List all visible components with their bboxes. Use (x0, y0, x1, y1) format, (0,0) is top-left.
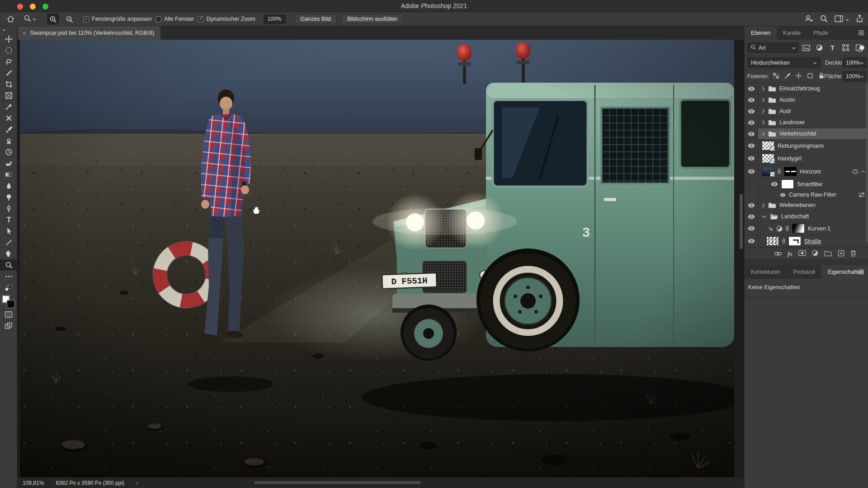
tool-move[interactable] (0, 33, 17, 45)
tool-brush[interactable] (0, 124, 17, 135)
share-export-icon[interactable] (856, 14, 863, 24)
filter-adjustment-layers-icon[interactable] (814, 42, 825, 53)
visibility-eye-icon[interactable] (748, 156, 755, 161)
tool-hand[interactable] (0, 248, 17, 259)
tool-clone-stamp[interactable] (0, 135, 17, 146)
layer-row-landschaft[interactable]: Landschaft (745, 211, 868, 222)
visibility-eye-icon[interactable] (748, 86, 755, 91)
option-checkbox-fenstergr-e-anpassen[interactable]: ✓Fenstergröße anpassen (83, 16, 152, 22)
status-chevron-icon[interactable]: › (136, 480, 138, 486)
layer-row-wellenebenen[interactable]: Wellenebenen (745, 200, 868, 211)
zoom-percentage-field[interactable]: 100% (264, 14, 286, 24)
tool-color-chips[interactable] (0, 293, 17, 309)
button-bildschirm-ausf-llen[interactable]: Bildschirm ausfüllen (341, 14, 403, 24)
panel-menu-icon[interactable] (858, 30, 864, 37)
background-color[interactable] (7, 300, 15, 308)
visibility-eye-icon[interactable] (748, 169, 755, 174)
layer-row-kurven-1[interactable]: Kurven 1 (745, 222, 868, 235)
tool-type[interactable]: T (0, 214, 17, 225)
tool-frame[interactable] (0, 90, 17, 101)
new-adjustment-layer-icon[interactable] (812, 250, 818, 258)
lock-all-icon[interactable] (818, 72, 825, 80)
option-checkbox-alle-fenster[interactable]: Alle Fenster (156, 16, 194, 22)
tool-lasso[interactable] (0, 56, 17, 67)
link-layers-icon[interactable] (774, 251, 782, 257)
tool-healing[interactable] (0, 113, 17, 124)
tool-swap-colors[interactable] (0, 282, 17, 293)
lock-position-icon[interactable] (795, 72, 802, 80)
blend-mode-select[interactable]: Hindurchwirken (747, 57, 821, 68)
tool-eyedropper[interactable] (0, 101, 17, 113)
tool-quick-selection[interactable] (0, 67, 17, 79)
status-zoom-level[interactable]: 109,81% (23, 480, 44, 486)
visibility-eye-icon[interactable] (748, 214, 755, 219)
layer-row-einsatzfahrzeug[interactable]: Einsatzfahrzeug (745, 83, 868, 94)
layer-row-verkehrsschild[interactable]: Verkehrsschild (745, 128, 868, 140)
lock-artboard-icon[interactable] (807, 72, 814, 80)
color-chips[interactable] (2, 295, 15, 309)
tool-preset[interactable] (24, 14, 36, 23)
tool-dodge[interactable] (0, 192, 17, 203)
tool-history-brush[interactable] (0, 146, 17, 158)
new-group-icon[interactable] (824, 250, 832, 258)
add-layer-mask-icon[interactable] (798, 250, 806, 258)
panel-menu-icon[interactable] (858, 269, 864, 276)
tool-path-selection[interactable] (0, 225, 17, 237)
canvas-image[interactable]: D F551H 3 (20, 40, 734, 477)
tab-ebenen[interactable]: Ebenen (745, 26, 777, 40)
zoom-out-button[interactable] (63, 14, 75, 24)
panel-divider[interactable] (745, 259, 868, 265)
visibility-eye-icon[interactable] (748, 203, 755, 208)
layer-row-audi[interactable]: Audi (745, 106, 868, 117)
tool-pen[interactable] (0, 203, 17, 214)
delete-layer-icon[interactable] (850, 250, 856, 258)
button-ganzes-bild[interactable]: Ganzes Bild (295, 14, 337, 24)
layer-row-austin[interactable]: Austin (745, 94, 868, 106)
layer-row-smartfilter[interactable]: Smartfilter (745, 178, 868, 190)
new-layer-icon[interactable] (838, 250, 844, 258)
visibility-eye-icon[interactable] (748, 143, 755, 148)
option-checkbox-dynamischer-zoom[interactable]: ✓Dynamischer Zoom (198, 16, 255, 22)
layer-style-fx-icon[interactable]: fx (788, 250, 793, 258)
search-icon[interactable] (820, 14, 828, 24)
tab-protokoll[interactable]: Protokoll (787, 265, 821, 279)
tab-kanäle[interactable]: Kanäle (777, 26, 807, 40)
tool-eraser[interactable] (0, 158, 17, 169)
horizontal-scrollbar[interactable] (255, 481, 421, 484)
visibility-eye-icon[interactable] (771, 182, 778, 187)
tool-screen-mode[interactable] (0, 320, 17, 331)
visibility-eye-icon[interactable] (748, 239, 755, 244)
document-tab[interactable]: × Swampcar.psd bei 110% (Verkehrsschild,… (18, 26, 160, 40)
canvas-area[interactable]: D F551H 3 (17, 40, 744, 488)
layer-row-handygirl[interactable]: Handygirl (745, 152, 868, 165)
tool-edit-toolbar[interactable] (0, 271, 17, 282)
visibility-eye-icon[interactable] (748, 120, 755, 125)
layer-row-horizont[interactable]: Horizont (745, 165, 868, 178)
tool-gradient[interactable] (0, 169, 17, 180)
workspace-switcher[interactable] (835, 15, 849, 23)
visibility-eye-icon[interactable] (780, 193, 786, 197)
visibility-eye-icon[interactable] (748, 109, 755, 114)
close-tab-icon[interactable]: × (23, 30, 26, 37)
filter-type-layers-icon[interactable]: T (827, 42, 838, 53)
filter-toggle[interactable] (859, 45, 864, 50)
visibility-eye-icon[interactable] (748, 98, 755, 103)
tool-zoom[interactable] (0, 259, 17, 271)
tool-blur[interactable] (0, 180, 17, 192)
filter-shape-layers-icon[interactable] (840, 42, 851, 53)
layer-row-camera-raw-filter[interactable]: Camera Raw-Filter (745, 190, 868, 200)
tool-line[interactable] (0, 237, 17, 248)
lock-pixels-icon[interactable] (784, 72, 791, 80)
share-for-review-icon[interactable] (804, 14, 813, 24)
fill-select[interactable]: 100% (842, 71, 867, 81)
layer-row-straße[interactable]: Straße (745, 235, 868, 248)
filter-pixel-layers-icon[interactable] (801, 42, 812, 53)
filter-kind-select[interactable]: Art (747, 42, 799, 53)
zoom-in-button[interactable] (47, 14, 59, 24)
tab-korrekturen[interactable]: Korrekturen (745, 265, 787, 279)
home-icon[interactable] (5, 14, 16, 24)
tool-quick-mask[interactable] (0, 309, 17, 320)
layer-row-rettungsringmann[interactable]: Rettungsringmann (745, 140, 868, 152)
tab-pfade[interactable]: Pfade (807, 26, 835, 40)
layers-scrollbar[interactable] (866, 83, 868, 242)
